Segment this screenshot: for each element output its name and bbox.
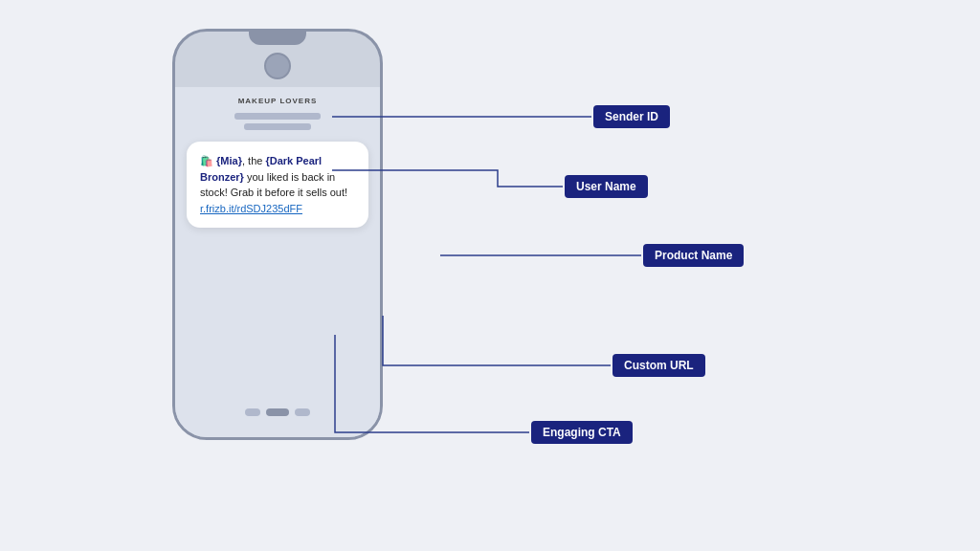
- username-bar-2: [244, 123, 311, 130]
- message-emoji: 🛍️: [200, 155, 216, 166]
- dot-2-active: [266, 408, 289, 416]
- user-name-label: User Name: [565, 175, 648, 198]
- dot-3: [295, 408, 310, 416]
- sender-id-text: MAKEUP LOVERS: [238, 97, 318, 105]
- phone-bottom-bar: [234, 408, 322, 416]
- engaging-cta-label: Engaging CTA: [531, 421, 633, 444]
- sender-id-label: Sender ID: [593, 105, 670, 128]
- message-name-highlight: {Mia}: [216, 155, 242, 166]
- username-bar-1: [234, 113, 321, 120]
- message-link: r.frizb.it/rdSDJ235dFF: [200, 203, 302, 214]
- product-name-label: Product Name: [643, 244, 744, 267]
- phone-screen: MAKEUP LOVERS 🛍️ {Mia}, the {Dark Pearl …: [175, 87, 380, 437]
- message-bubble: 🛍️ {Mia}, the {Dark Pearl Bronzer} you l…: [187, 142, 368, 228]
- custom-url-label: Custom URL: [612, 354, 705, 377]
- message-text-1: , the: [242, 155, 265, 166]
- phone-notch: [249, 32, 306, 45]
- phone-mockup: MAKEUP LOVERS 🛍️ {Mia}, the {Dark Pearl …: [172, 29, 383, 440]
- scene: MAKEUP LOVERS 🛍️ {Mia}, the {Dark Pearl …: [0, 0, 980, 551]
- connector-lines: [0, 0, 980, 551]
- phone-camera: [264, 53, 291, 79]
- dot-1: [245, 408, 260, 416]
